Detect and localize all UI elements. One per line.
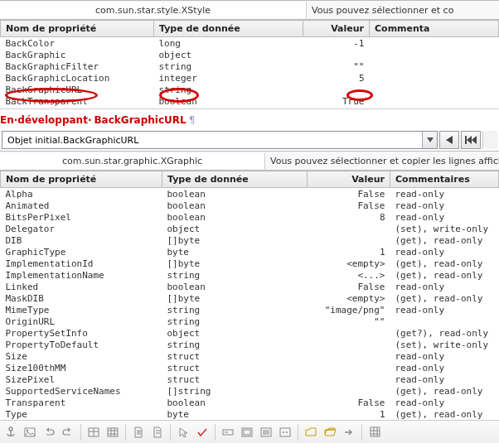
- table-row[interactable]: BackGraphicFilterstring"": [1, 60, 499, 72]
- chevron-down-icon[interactable]: [422, 132, 437, 148]
- table-row[interactable]: AnimatedbooleanFalseread-only: [1, 200, 499, 211]
- cell-comment: (get), read-only: [390, 258, 499, 269]
- cell-type: struct: [162, 362, 308, 373]
- table-row[interactable]: TransparentbooleanFalseread-only: [1, 397, 499, 408]
- svg-rect-2: [465, 136, 467, 144]
- cell-comment: [370, 49, 499, 60]
- undo-icon[interactable]: [40, 423, 58, 441]
- table-row[interactable]: BackColorlong-1: [1, 37, 499, 50]
- cell-type: []byte: [162, 258, 308, 269]
- cell-name: GraphicType: [1, 246, 162, 258]
- cell-name: BackGraphicFilter: [1, 60, 154, 72]
- table-row[interactable]: DIB[]byte(get), read-only: [1, 234, 499, 246]
- table-row[interactable]: Typebyte1(get), read-only: [1, 408, 499, 420]
- cell-type: string: [162, 339, 308, 350]
- anchor-icon[interactable]: [2, 423, 20, 441]
- cell-comment: [370, 60, 499, 72]
- table-row[interactable]: LinkedbooleanFalseread-only: [1, 281, 499, 292]
- table-row[interactable]: GraphicTypebyte1read-only: [1, 246, 499, 258]
- col-value[interactable]: Valeur: [308, 171, 390, 188]
- cell-name: Size100thMM: [1, 362, 162, 373]
- redo-icon[interactable]: [59, 423, 77, 441]
- cell-comment: read-only: [390, 211, 499, 223]
- right-gutter: [482, 131, 497, 149]
- formfield-icon[interactable]: [219, 423, 237, 441]
- table-row[interactable]: MaskDIB[]byte<empty>(get), read-only: [1, 292, 499, 304]
- col-name[interactable]: Nom de propriété: [1, 171, 162, 188]
- cell-value: True: [303, 95, 370, 107]
- table-row[interactable]: BackGraphicLocationinteger5: [1, 72, 499, 84]
- cursor-icon[interactable]: [174, 423, 192, 441]
- table-row[interactable]: BackGraphicobject: [1, 49, 499, 60]
- cell-value: 8: [308, 211, 390, 223]
- table-row[interactable]: SupportedServiceNames[]string(get), read…: [1, 385, 499, 397]
- cell-comment: (get), read-only: [390, 234, 499, 246]
- cell-name: SizePixel: [1, 373, 162, 385]
- tableprops-icon[interactable]: [104, 423, 122, 441]
- table-row[interactable]: Sizestructread-only: [1, 350, 499, 362]
- cell-name: ImplementationName: [1, 269, 162, 281]
- table-row[interactable]: Size100thMMstructread-only: [1, 362, 499, 373]
- col-type[interactable]: Type de donnée: [154, 21, 303, 37]
- hint-text-1: Vous pouvez sélectionner et co: [307, 2, 458, 18]
- cell-value: 1: [308, 246, 390, 258]
- cell-name: BackTransparent: [1, 95, 154, 107]
- cell-type: boolean: [162, 397, 308, 408]
- table-row[interactable]: AlphabooleanFalseread-only: [1, 188, 499, 200]
- col-comment[interactable]: Commentaires: [390, 171, 499, 188]
- cell-value: [308, 385, 390, 397]
- grid-icon[interactable]: [366, 423, 384, 441]
- image-icon[interactable]: [21, 423, 39, 441]
- document2-icon[interactable]: [148, 423, 167, 441]
- frame-icon[interactable]: [238, 423, 256, 441]
- document-icon[interactable]: [129, 423, 148, 441]
- table-row[interactable]: Delegatorobject(set), write-only: [1, 223, 499, 234]
- table-row[interactable]: PropertySetInfoobject(get?), read-only: [1, 327, 499, 339]
- col-name[interactable]: Nom de propriété: [1, 21, 154, 37]
- cell-value: "image/png": [308, 304, 390, 316]
- table-row[interactable]: ImplementationId[]byte<empty>(get), read…: [1, 258, 499, 269]
- nav-first-button[interactable]: [461, 131, 481, 149]
- object-path-input[interactable]: [2, 132, 422, 148]
- cell-value: [308, 234, 390, 246]
- table-row[interactable]: OriginURLstring"": [1, 316, 499, 327]
- frame2-icon[interactable]: [257, 423, 275, 441]
- table-icon[interactable]: [85, 423, 103, 441]
- table-row[interactable]: BackTransparentbooleanTrue: [1, 95, 499, 107]
- cell-comment: (get?), read-only: [390, 327, 499, 339]
- folder-open-icon[interactable]: [321, 423, 339, 441]
- cell-value: [303, 84, 370, 95]
- col-type[interactable]: Type de donnée: [162, 171, 308, 188]
- folder-icon[interactable]: [302, 423, 320, 441]
- cell-type: string: [162, 269, 308, 281]
- col-comment[interactable]: Commenta: [370, 21, 499, 37]
- object-path-combobox[interactable]: [2, 131, 438, 149]
- cell-type: []byte: [162, 234, 308, 246]
- properties-icon[interactable]: [276, 423, 294, 441]
- table-row[interactable]: BackGraphicURLstring: [1, 84, 499, 95]
- cell-comment: (get), read-only: [390, 385, 499, 397]
- nav-back-button[interactable]: [439, 131, 459, 149]
- table-row[interactable]: BitsPerPixelboolean8read-only: [1, 211, 499, 223]
- table-row[interactable]: SizePixelstructread-only: [1, 373, 499, 385]
- cell-type: byte: [162, 408, 308, 420]
- table-row[interactable]: PropertyToDefaultstring(set), write-only: [1, 339, 499, 350]
- cell-name: DIB: [1, 234, 162, 246]
- table-row[interactable]: MimeTypestring"image/png"read-only: [1, 304, 499, 316]
- cell-value: [308, 327, 390, 339]
- cell-value: -1: [303, 37, 370, 50]
- table-row[interactable]: ImplementationNamestring<...>(get), read…: [1, 269, 499, 281]
- cell-type: []string: [162, 385, 308, 397]
- cell-name: BackGraphic: [1, 49, 154, 60]
- breadcrumb-xgraphic: com.sun.star.graphic.XGraphic: [0, 153, 265, 169]
- cell-type: object: [154, 49, 303, 60]
- arrow-right-icon[interactable]: [340, 423, 358, 441]
- svg-marker-4: [472, 136, 477, 144]
- cell-comment: [370, 95, 499, 107]
- cell-comment: (get), read-only: [390, 292, 499, 304]
- col-value[interactable]: Valeur: [303, 21, 370, 37]
- cell-value: <empty>: [308, 292, 390, 304]
- cell-type: struct: [162, 373, 308, 385]
- check-icon[interactable]: [193, 423, 211, 441]
- cell-type: object: [162, 223, 308, 234]
